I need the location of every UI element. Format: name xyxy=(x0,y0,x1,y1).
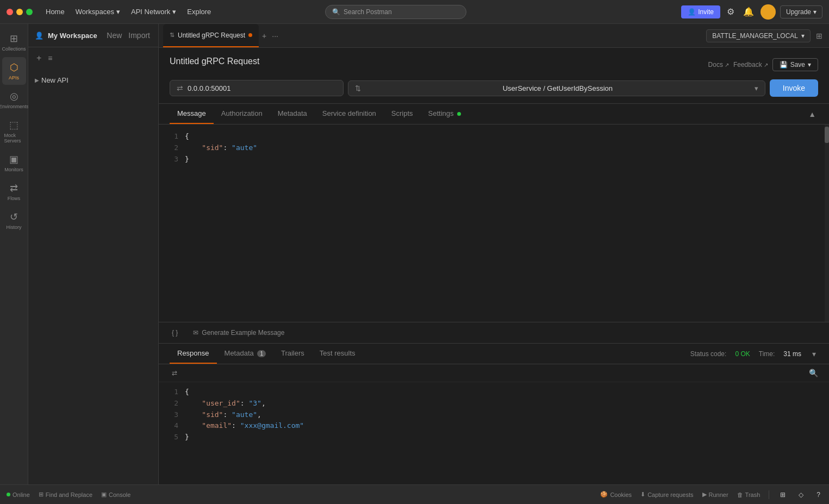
editor-scrollbar[interactable] xyxy=(825,125,829,322)
status-runner[interactable]: ▶ Runner xyxy=(702,491,728,498)
online-dot xyxy=(7,493,10,496)
sidebar-item-collections[interactable]: ⊞ Collections xyxy=(2,28,26,56)
sub-tab-message[interactable]: Message xyxy=(170,104,214,124)
nav-home[interactable]: Home xyxy=(41,5,69,18)
code-line-2: 2 "sid": "aute" xyxy=(167,142,820,154)
status-trash[interactable]: 🗑 Trash xyxy=(737,491,761,498)
response-search-button[interactable]: 🔍 xyxy=(807,366,820,379)
response-tab-test-results[interactable]: Test results xyxy=(312,344,363,364)
apis-icon: ⬡ xyxy=(10,61,18,73)
search-bar[interactable]: 🔍 Search Postman xyxy=(325,5,466,19)
sidebar-item-flows[interactable]: ⇄ Flows xyxy=(2,178,26,206)
sub-tab-settings[interactable]: Settings xyxy=(421,104,469,124)
status-online[interactable]: Online xyxy=(7,491,30,498)
method-path-selector[interactable]: ⇅ UserService / GetUserIdBySession ▾ xyxy=(348,80,765,96)
capture-icon: ⬇ xyxy=(640,491,645,498)
response-tab-trailers[interactable]: Trailers xyxy=(273,344,312,364)
save-icon: 💾 xyxy=(780,61,788,69)
import-button[interactable]: Import xyxy=(127,29,152,41)
cookies-icon: 🍪 xyxy=(600,491,608,498)
settings-button-2[interactable]: ◇ xyxy=(796,489,806,501)
docs-area: Docs ↗ Feedback ↗ 💾 Save ▾ xyxy=(708,58,818,71)
tl-red[interactable] xyxy=(7,9,13,15)
status-code-value: 0 OK xyxy=(735,350,750,358)
avatar[interactable] xyxy=(761,4,776,20)
code-line-3: 3 } xyxy=(167,154,820,165)
sidebar-item-environments[interactable]: ◎ Environments xyxy=(2,86,26,114)
topbar: Home Workspaces ▾ API Network ▾ Explore … xyxy=(0,0,829,24)
resp-code-line-1: 1 { xyxy=(167,387,820,398)
grid-view-button[interactable]: ⊞ xyxy=(814,29,825,42)
more-tabs-button[interactable]: ··· xyxy=(270,29,281,42)
external-link-icon-2: ↗ xyxy=(764,62,768,68)
request-sub-tabs: Message Authorization Metadata Service d… xyxy=(159,104,829,125)
chevron-down-icon: ▾ xyxy=(755,84,758,92)
sidebar-panel: 👤 My Workspace New Import + ≡ ▶ New API xyxy=(28,24,159,484)
tab-grpc-request[interactable]: ⇅ Untitled gRPC Request xyxy=(163,24,259,47)
add-tab-button[interactable]: + xyxy=(260,29,269,42)
sub-tab-authorization[interactable]: Authorization xyxy=(214,104,270,124)
status-capture[interactable]: ⬇ Capture requests xyxy=(640,491,693,498)
sidebar-item-monitors[interactable]: ▣ Monitors xyxy=(2,149,26,177)
sub-tab-scripts[interactable]: Scripts xyxy=(384,104,421,124)
tree-item-new-api[interactable]: ▶ New API xyxy=(28,73,158,87)
resp-code-line-4: 4 "email": "xxx@gmail.com" xyxy=(167,420,820,432)
invite-button[interactable]: 👤 Invite xyxy=(681,5,720,18)
generate-example-button[interactable]: ✉ Generate Example Message xyxy=(189,327,289,339)
notification-icon-button[interactable]: 🔔 xyxy=(741,4,756,19)
sub-tab-metadata[interactable]: Metadata xyxy=(270,104,315,124)
format-json-button[interactable]: { } xyxy=(167,327,182,339)
url-input[interactable] xyxy=(188,84,336,92)
nav-api-network[interactable]: API Network ▾ xyxy=(127,5,180,18)
monitors-icon: ▣ xyxy=(9,153,18,165)
response-tab-metadata[interactable]: Metadata 1 xyxy=(217,344,273,364)
resp-code-line-3: 3 "sid": "aute", xyxy=(167,409,820,421)
docs-button[interactable]: Docs ↗ xyxy=(708,61,729,69)
collections-icon: ⊞ xyxy=(10,33,18,45)
find-replace-icon: ⊞ xyxy=(39,491,43,498)
history-icon: ↺ xyxy=(10,211,18,223)
new-button[interactable]: New xyxy=(105,29,123,41)
nav-explore[interactable]: Explore xyxy=(183,5,215,18)
tl-yellow[interactable] xyxy=(16,9,23,15)
workspace-title: My Workspace xyxy=(48,32,97,40)
code-line-1: 1 { xyxy=(167,131,820,142)
response-tab-response[interactable]: Response xyxy=(170,344,217,364)
feedback-button[interactable]: Feedback ↗ xyxy=(733,61,768,69)
grpc-icon: ⇅ xyxy=(170,32,174,39)
new-item-btn[interactable]: + xyxy=(35,52,43,65)
upgrade-button[interactable]: Upgrade ▾ xyxy=(780,5,822,18)
workspace-icon: 👤 xyxy=(35,32,43,40)
response-code: 1 { 2 "user_id": "3", 3 "sid": "aute", xyxy=(159,382,829,484)
sort-icon: ⇅ xyxy=(355,84,361,92)
request-row: ⇄ ⇅ UserService / GetUserIdBySession ▾ I… xyxy=(170,79,818,97)
collapse-button[interactable]: ▲ xyxy=(806,108,818,121)
sort-btn[interactable]: ≡ xyxy=(46,52,54,65)
expand-button[interactable]: ⊞ xyxy=(778,489,788,501)
search-icon: 🔍 xyxy=(332,8,340,16)
response-tabs-bar: Response Metadata 1 Trailers Test result… xyxy=(159,344,829,364)
invoke-button[interactable]: Invoke xyxy=(770,79,818,97)
url-input-wrap[interactable]: ⇄ xyxy=(170,80,344,96)
help-button[interactable]: ? xyxy=(814,489,822,501)
save-button[interactable]: 💾 Save ▾ xyxy=(772,58,818,71)
sidebar-item-apis[interactable]: ⬡ APIs xyxy=(2,57,26,85)
env-selector[interactable]: BATTLE_MANAGER_LOCAL ▾ xyxy=(706,29,811,42)
status-console[interactable]: ▣ Console xyxy=(101,491,130,498)
divider xyxy=(769,490,769,499)
status-find-replace[interactable]: ⊞ Find and Replace xyxy=(39,491,92,498)
status-cookies[interactable]: 🍪 Cookies xyxy=(600,491,632,498)
response-format-button[interactable]: ⇄ xyxy=(167,367,182,379)
sidebar-item-mock-servers[interactable]: ⬚ Mock Servers xyxy=(2,115,26,148)
generate-icon: ✉ xyxy=(193,329,198,337)
editor-toolbar: { } ✉ Generate Example Message xyxy=(159,322,829,343)
tl-green[interactable] xyxy=(26,9,33,15)
settings-icon-button[interactable]: ⚙ xyxy=(725,4,737,19)
settings-active-dot xyxy=(457,112,461,116)
nav-workspaces[interactable]: Workspaces ▾ xyxy=(71,5,124,18)
sidebar-tree: ▶ New API xyxy=(28,69,158,91)
sidebar-item-history[interactable]: ↺ History xyxy=(2,207,26,234)
response-collapse-button[interactable]: ▾ xyxy=(810,347,818,360)
sub-tab-service-definition[interactable]: Service definition xyxy=(315,104,384,124)
metadata-badge: 1 xyxy=(257,350,266,357)
